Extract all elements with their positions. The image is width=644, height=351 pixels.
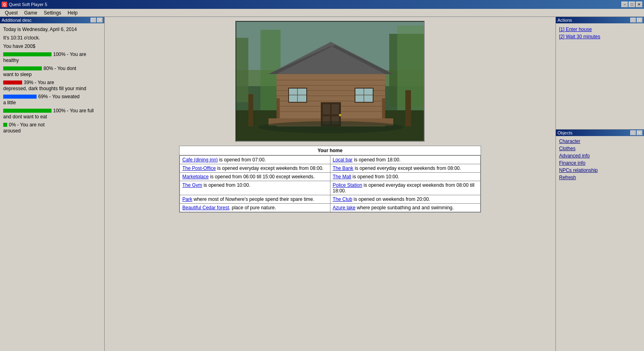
location-link-left-2[interactable]: Marketplace <box>182 174 208 180</box>
sleep-label: 80% - You dont <box>43 66 76 71</box>
svg-point-26 <box>339 114 341 116</box>
actions-titlebar: Actions − ✕ <box>556 17 644 23</box>
location-row: Park where most of Nowhere's people spen… <box>180 195 481 204</box>
actions-panel: Actions − ✕ [1] Enter house[2] Wait 30 m… <box>555 17 644 130</box>
location-cell-right: Azure lake where people sunbathing and a… <box>330 204 481 212</box>
objects-title: Objects <box>557 130 572 135</box>
location-link-left-0[interactable]: Cafe (dining inn) <box>182 157 218 163</box>
actions-close[interactable]: ✕ <box>637 18 642 23</box>
location-title: Your home <box>180 146 481 155</box>
location-cell-right: Local bar is opened from 18:00. <box>330 156 481 164</box>
objects-close[interactable]: ✕ <box>637 130 642 135</box>
center-area: Your home Cafe (dining inn) is opened fr… <box>105 17 555 351</box>
left-panel-titlebar: Additional desc − ✕ <box>0 17 104 23</box>
location-table: Cafe (dining inn) is opened from 07:00.L… <box>180 155 481 212</box>
arousal-bar <box>3 123 7 127</box>
menu-help[interactable]: Help <box>64 9 81 17</box>
health-label: 100% - You are <box>53 52 86 57</box>
svg-rect-34 <box>248 94 253 126</box>
actions-list: [1] Enter house[2] Wait 30 minutes <box>556 23 644 43</box>
objects-item-refresh[interactable]: Refresh <box>559 174 641 181</box>
location-cell-right: Police Station is opened everyday except… <box>330 181 481 195</box>
cabin-svg <box>236 22 425 142</box>
app-icon: Q <box>2 2 7 7</box>
window-controls: − □ ✕ <box>621 2 642 7</box>
objects-item-clothes[interactable]: Clothes <box>559 145 641 152</box>
location-link-left-4[interactable]: Park <box>182 196 192 202</box>
location-link-right-3[interactable]: Police Station <box>333 182 362 188</box>
objects-item-npcs-relationship[interactable]: NPCs relationship <box>559 167 641 174</box>
mood-bar <box>3 81 22 85</box>
location-row: The Post-Office is opened everyday excep… <box>180 164 481 173</box>
location-link-left-1[interactable]: The Post-Office <box>182 165 216 171</box>
menu-bar: Quest Game Settings Help <box>0 9 644 17</box>
location-cell-left: Cafe (dining inn) is opened from 07:00. <box>180 156 330 164</box>
sleep-label2: want to sleep <box>3 72 32 77</box>
location-row: Marketplace is opened from 06:00 till 15… <box>180 173 481 181</box>
app-title: Quest Soft Player 5 <box>9 2 47 7</box>
location-cell-left: The Post-Office is opened everyday excep… <box>180 164 330 173</box>
menu-settings[interactable]: Settings <box>41 9 64 17</box>
svg-rect-3 <box>236 38 248 102</box>
left-panel-minimize[interactable]: − <box>91 18 96 23</box>
hunger-bar <box>3 109 52 113</box>
stat-sweat: 69% - You sweated a little <box>3 94 101 105</box>
objects-list: CharacterClothesAdvanced infoFinance inf… <box>556 136 644 183</box>
location-row: The Gym is opened from 10:00.Police Stat… <box>180 181 481 195</box>
maximize-button[interactable]: □ <box>629 2 635 7</box>
left-panel: Additional desc − ✕ Today is Wednesday, … <box>0 17 105 351</box>
location-link-right-2[interactable]: The Mall <box>333 174 351 180</box>
svg-rect-23 <box>332 104 339 114</box>
mood-label2: depressed, dark thoughts fill your mind <box>3 86 86 91</box>
location-link-right-0[interactable]: Local bar <box>333 157 353 163</box>
location-cell-left: The Gym is opened from 10:00. <box>180 181 330 195</box>
stat-mood: 39% - You are depressed, dark thoughts f… <box>3 80 101 91</box>
objects-panel: Objects − ✕ CharacterClothesAdvanced inf… <box>555 130 644 351</box>
arousal-label2: aroused <box>3 128 21 134</box>
objects-titlebar: Objects − ✕ <box>556 130 644 136</box>
objects-item-character[interactable]: Character <box>559 138 641 145</box>
svg-point-33 <box>258 121 403 133</box>
sweat-bar <box>3 95 37 99</box>
svg-rect-19 <box>277 98 280 118</box>
actions-minimize[interactable]: − <box>630 18 636 23</box>
action-item-enter-house[interactable]: [1] Enter house <box>559 26 641 33</box>
location-link-left-5[interactable]: Beautiful Cedar forest <box>182 205 229 211</box>
sweat-label2: a little <box>3 100 16 105</box>
objects-minimize[interactable]: − <box>630 130 636 135</box>
svg-rect-35 <box>405 90 411 126</box>
location-cell-right: The Mall is opened from 10:00. <box>330 173 481 181</box>
right-panels: Actions − ✕ [1] Enter house[2] Wait 30 m… <box>555 17 644 351</box>
location-row: Beautiful Cedar forest, place of pure na… <box>180 204 481 212</box>
stat-arousal: 0% - You are not aroused <box>3 122 101 134</box>
objects-item-finance-info[interactable]: Finance info <box>559 159 641 167</box>
svg-rect-20 <box>382 98 385 118</box>
location-row: Cafe (dining inn) is opened from 07:00.L… <box>180 156 481 164</box>
stat-health: 100% - You are healthy <box>3 52 101 63</box>
actions-title: Actions <box>557 18 572 23</box>
location-link-right-4[interactable]: The Club <box>333 196 353 202</box>
objects-item-advanced-info[interactable]: Advanced info <box>559 152 641 159</box>
money-display: You have 200$ <box>3 43 101 50</box>
location-cell-left: Marketplace is opened from 06:00 till 15… <box>180 173 330 181</box>
action-item-wait-30[interactable]: [2] Wait 30 minutes <box>559 33 641 40</box>
close-button[interactable]: ✕ <box>636 2 642 7</box>
menu-game[interactable]: Game <box>21 9 41 17</box>
stat-hunger: 100% - You are full and dont want to eat <box>3 108 101 120</box>
location-link-right-5[interactable]: Azure lake <box>333 205 356 211</box>
game-image <box>235 21 425 142</box>
title-bar: Q Quest Soft Player 5 − □ ✕ <box>0 0 644 9</box>
left-panel-content: Today is Wednesday, April 6, 2014 It's 1… <box>0 23 104 351</box>
location-link-left-3[interactable]: The Gym <box>182 182 202 188</box>
location-table-wrap: Your home Cafe (dining inn) is opened fr… <box>179 146 481 213</box>
time-display: It's 10:31 o'clock. <box>3 34 101 42</box>
left-panel-close[interactable]: ✕ <box>97 18 103 23</box>
health-label2: healthy <box>3 58 19 63</box>
minimize-button[interactable]: − <box>621 2 628 7</box>
menu-quest[interactable]: Quest <box>2 9 21 17</box>
location-cell-right: The Club is opened on weekends from 20:0… <box>330 195 481 204</box>
stat-sleep: 80% - You dont want to sleep <box>3 66 101 77</box>
location-link-right-1[interactable]: The Bank <box>333 165 353 171</box>
arousal-label: 0% - You are not <box>9 122 45 128</box>
location-cell-right: The Bank is opened everyday except weeke… <box>330 164 481 173</box>
